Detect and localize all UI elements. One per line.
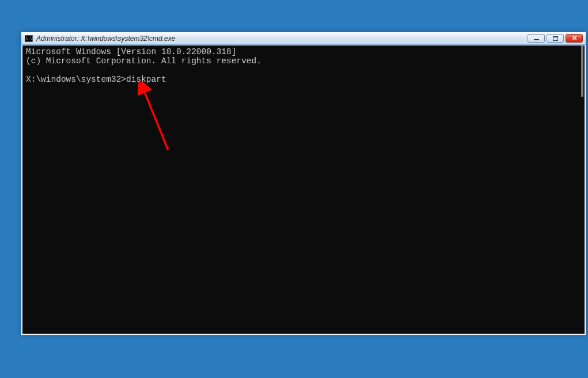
minimize-button[interactable] (528, 34, 545, 43)
cmd-window: Administrator: X:\windows\system32\cmd.e… (21, 32, 586, 335)
cmd-icon (25, 35, 33, 42)
maximize-button[interactable] (547, 34, 564, 43)
scrollbar[interactable] (575, 45, 585, 334)
terminal-line-copyright: (c) Microsoft Corporation. All rights re… (26, 56, 261, 66)
titlebar[interactable]: Administrator: X:\windows\system32\cmd.e… (21, 32, 586, 45)
terminal-command: diskpart (126, 75, 166, 84)
window-controls: ✕ (528, 34, 585, 43)
close-icon: ✕ (572, 35, 577, 41)
minimize-icon (534, 39, 539, 40)
terminal-area[interactable]: Microsoft Windows [Version 10.0.22000.31… (21, 45, 586, 335)
scrollbar-thumb[interactable] (581, 45, 583, 97)
terminal-line-version: Microsoft Windows [Version 10.0.22000.31… (26, 47, 236, 56)
maximize-icon (553, 36, 558, 41)
window-title: Administrator: X:\windows\system32\cmd.e… (36, 35, 524, 43)
terminal-output: Microsoft Windows [Version 10.0.22000.31… (22, 45, 575, 334)
terminal-prompt: X:\windows\system32> (26, 75, 126, 84)
close-button[interactable]: ✕ (566, 34, 583, 43)
